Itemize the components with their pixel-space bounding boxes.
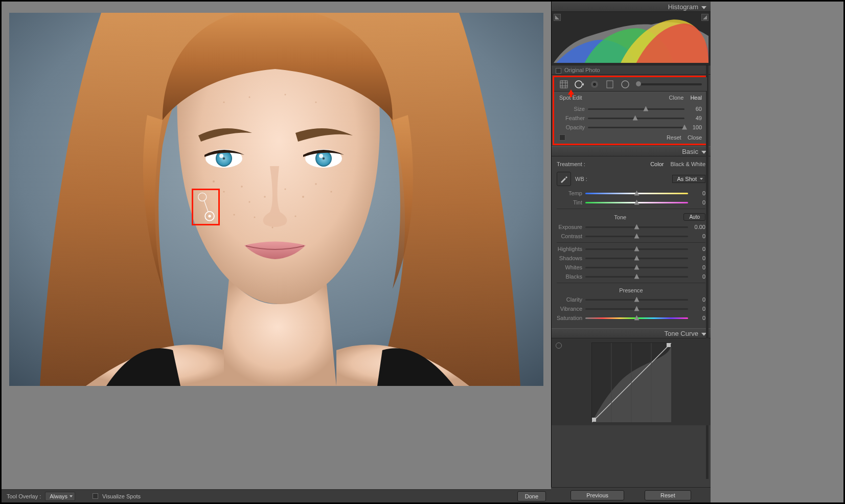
svg-point-15 [330,191,332,192]
tone-curve-graph[interactable] [591,342,671,422]
panel-toggle-switch[interactable] [559,134,565,141]
highlights-value: 0 [691,246,705,252]
tone-curve-header[interactable]: Tone Curve [552,328,711,338]
wb-dropper-icon[interactable] [557,172,571,186]
previous-button[interactable]: Previous [570,490,624,500]
contrast-slider[interactable]: Contrast 0 [557,232,705,240]
temp-slider[interactable]: Temp 0 [557,189,705,197]
vibrance-slider[interactable]: Vibrance 0 [557,305,705,313]
tool-overlay-select[interactable]: Always [45,492,75,501]
svg-point-16 [233,214,235,215]
brush-size-mini-slider[interactable] [636,83,702,85]
spot-reset-link[interactable]: Reset [667,134,681,141]
svg-rect-36 [607,81,613,88]
temp-value: 0 [691,190,705,196]
opacity-slider[interactable]: Opacity 100 [559,123,702,131]
svg-point-37 [622,81,629,88]
tone-curve-title: Tone Curve [665,330,698,337]
right-panel-stack: Histogram Original Photo [551,2,711,487]
feather-slider[interactable]: Feather 49 [559,114,702,122]
highlights-slider[interactable]: Highlights 0 [557,245,705,253]
svg-rect-40 [667,343,671,347]
basic-title: Basic [682,148,698,155]
shadows-label: Shadows [557,255,582,261]
svg-point-6 [319,154,323,158]
wb-select[interactable]: As Shot [672,175,705,183]
svg-point-11 [264,196,266,198]
local-adjust-toolstrip [554,77,707,91]
heal-mode-link[interactable]: Heal [690,95,702,101]
shadow-clipping-icon[interactable] [554,14,561,21]
svg-point-20 [223,102,225,103]
targeted-adjust-icon[interactable] [556,342,562,349]
svg-point-21 [249,97,250,98]
redeye-tool-icon[interactable] [590,80,599,89]
svg-point-24 [198,193,207,201]
annotation-arrow-icon [566,88,576,100]
svg-point-5 [219,154,223,158]
presence-heading: Presence [557,287,705,293]
svg-point-12 [284,188,286,190]
contrast-value: 0 [691,233,705,239]
histogram-header[interactable]: Histogram [552,2,711,12]
highlight-clipping-icon[interactable] [701,14,709,21]
clone-mode-link[interactable]: Clone [669,95,684,101]
svg-line-27 [204,201,208,212]
treatment-label: Treatment : [557,161,585,167]
clarity-label: Clarity [557,296,582,303]
svg-point-22 [285,94,286,96]
svg-point-7 [213,180,215,182]
temp-label: Temp [557,190,582,196]
done-button[interactable]: Done [517,491,546,501]
svg-point-14 [315,183,316,185]
auto-tone-button[interactable]: Auto [683,213,705,221]
tint-label: Tint [557,199,582,205]
blacks-slider[interactable]: Blacks 0 [557,272,705,281]
spot-edit-panel: Spot Edit Clone Heal Size 60 Feather 49 … [554,91,707,144]
svg-rect-39 [592,418,596,422]
svg-point-19 [272,227,273,228]
tint-value: 0 [691,199,705,205]
size-slider[interactable]: Size 60 [559,105,702,113]
clarity-slider[interactable]: Clarity 0 [557,295,705,304]
svg-point-33 [575,81,582,88]
tone-curve-panel [552,338,711,425]
highlights-label: Highlights [557,246,582,252]
treatment-color-link[interactable]: Color [650,161,664,167]
radial-filter-tool-icon[interactable] [621,80,630,89]
shadows-slider[interactable]: Shadows 0 [557,254,705,262]
svg-point-13 [302,196,304,198]
opacity-value: 100 [688,124,702,130]
vibrance-value: 0 [691,306,705,312]
svg-point-18 [294,215,296,217]
visualize-spots-checkbox[interactable] [93,493,98,499]
svg-point-17 [254,217,256,218]
grad-filter-tool-icon[interactable] [605,80,614,89]
histogram-display[interactable] [552,12,711,65]
saturation-label: Saturation [557,315,582,321]
tint-slider[interactable]: Tint 0 [557,198,705,207]
basic-header[interactable]: Basic [552,146,711,156]
photo-preview[interactable] [9,13,543,386]
svg-point-8 [223,191,224,192]
original-photo-checkbox[interactable] [556,68,561,74]
spot-sample-annotation [192,189,220,225]
spot-removal-tool-icon[interactable] [575,80,584,89]
tool-overlay-label: Tool Overlay : [7,493,41,499]
svg-point-10 [248,201,250,202]
spot-close-link[interactable]: Close [688,134,702,141]
reset-button[interactable]: Reset [645,490,691,500]
saturation-slider[interactable]: Saturation 0 [557,314,705,322]
feather-value: 49 [688,115,702,121]
crop-tool-icon[interactable] [559,80,568,89]
exposure-slider[interactable]: Exposure 0.00 [557,223,705,231]
saturation-value: 0 [691,315,705,321]
exposure-value: 0.00 [691,224,705,230]
contrast-label: Contrast [557,233,582,239]
right-bottom-bar: Previous Reset [551,487,711,502]
treatment-bw-link[interactable]: Black & White [671,161,705,167]
whites-slider[interactable]: Whites 0 [557,263,705,271]
image-canvas-area [2,2,551,502]
svg-point-23 [315,102,317,103]
exposure-label: Exposure [557,224,582,230]
